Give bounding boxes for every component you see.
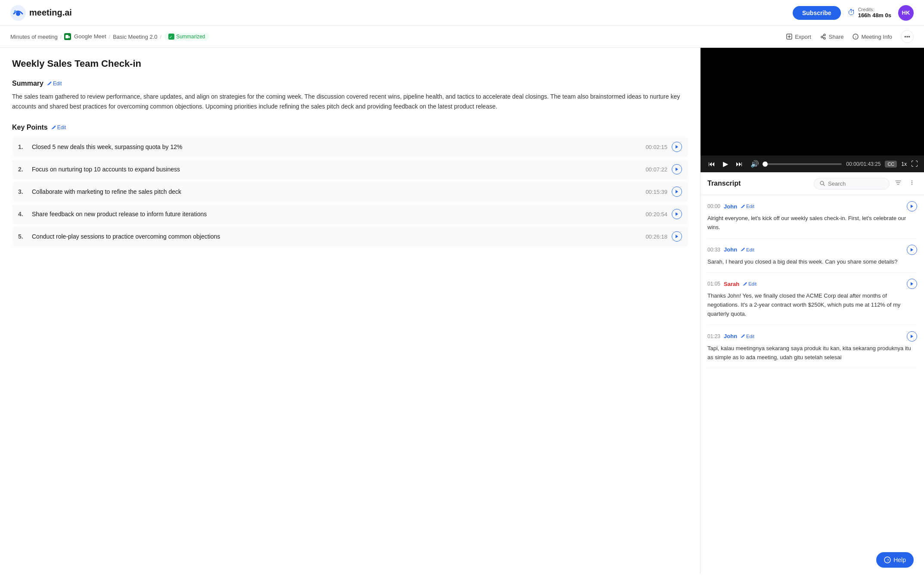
- transcript-list: 00:00 John Edit Alright everyone, let's …: [701, 195, 924, 574]
- key-point-left: 5. Conduct role-play sessions to practic…: [18, 233, 220, 240]
- edit-icon: [743, 282, 747, 286]
- list-item: 3. Collaborate with marketing to refine …: [12, 181, 688, 202]
- edit-icon: [51, 125, 56, 130]
- fullscreen-button[interactable]: ⛶: [911, 160, 918, 168]
- time-display: 00:00/01:43:25: [846, 161, 881, 167]
- transcript-edit-link[interactable]: Edit: [741, 204, 754, 209]
- play-icon: [675, 234, 679, 239]
- key-point-text: Share feedback on new product release to…: [32, 211, 207, 218]
- key-point-play-button[interactable]: [672, 209, 682, 219]
- svg-point-12: [912, 182, 912, 183]
- transcript-search-wrap[interactable]: [814, 178, 890, 190]
- share-icon: [820, 33, 827, 40]
- key-point-left: 1. Closed 5 new deals this week, surpass…: [18, 143, 182, 150]
- export-button[interactable]: Export: [786, 33, 811, 40]
- progress-bar[interactable]: [765, 163, 842, 165]
- video-controls: ⏮ ▶ ⏭ 🔊 00:00/01:43:25 CC 1x ⛶: [701, 155, 924, 172]
- breadcrumb-minutes[interactable]: Minutes of meeting: [10, 34, 58, 40]
- breadcrumb-sep-3: /: [160, 34, 162, 40]
- cc-button[interactable]: CC: [885, 161, 897, 168]
- transcript-edit-link[interactable]: Edit: [741, 247, 754, 252]
- transcript-speaker: John: [724, 203, 737, 210]
- transcript-speaker: Sarah: [724, 281, 739, 287]
- transcript-play-button[interactable]: [907, 201, 917, 211]
- key-points-edit-link[interactable]: Edit: [51, 124, 66, 131]
- list-item: 01:05 Sarah Edit Thanks John! Yes, we fi…: [707, 273, 917, 325]
- key-point-text: Closed 5 new deals this week, surpassing…: [32, 143, 182, 150]
- transcript-time: 01:23: [707, 333, 720, 339]
- volume-button[interactable]: 🔊: [749, 159, 761, 169]
- play-icon: [910, 204, 914, 208]
- toolbar-right: Export Share i Meeting Info •••: [786, 30, 914, 43]
- svg-text:?: ?: [887, 558, 889, 562]
- svg-point-1: [16, 12, 20, 16]
- play-button[interactable]: ▶: [721, 159, 730, 169]
- list-item: 5. Conduct role-play sessions to practic…: [12, 226, 688, 247]
- transcript-controls: [814, 177, 917, 190]
- clock-icon: ⏱: [848, 8, 856, 17]
- header-right: Subscribe ⏱ Credits: 166h 48m 0s HK: [793, 5, 914, 21]
- transcript-play-button[interactable]: [907, 279, 917, 289]
- credits-value: 166h 48m 0s: [858, 12, 891, 19]
- transcript-speaker: John: [724, 333, 737, 339]
- meeting-info-button[interactable]: i Meeting Info: [852, 33, 892, 40]
- edit-icon: [741, 247, 745, 252]
- filter-button[interactable]: [893, 177, 903, 190]
- key-points-section: Key Points Edit 1. Closed 5 new deals th…: [12, 124, 688, 247]
- play-icon: [675, 145, 679, 149]
- edit-icon: [47, 81, 52, 86]
- summarized-icon: ✓: [168, 34, 174, 40]
- key-point-time: 00:26:18: [645, 233, 667, 240]
- transcript-play-area: [907, 245, 917, 255]
- play-icon: [910, 248, 914, 252]
- subscribe-button[interactable]: Subscribe: [793, 6, 841, 20]
- key-point-left: 4. Share feedback on new product release…: [18, 211, 207, 218]
- play-icon: [675, 190, 679, 194]
- key-point-right: 00:15:39: [645, 186, 682, 197]
- list-item: 4. Share feedback on new product release…: [12, 204, 688, 224]
- info-icon: i: [852, 33, 859, 40]
- summary-edit-link[interactable]: Edit: [47, 81, 62, 87]
- right-panel: ⏮ ▶ ⏭ 🔊 00:00/01:43:25 CC 1x ⛶ Transcrip…: [700, 48, 924, 574]
- more-icon: [908, 179, 915, 186]
- svg-point-2: [14, 10, 16, 12]
- play-icon: [910, 282, 914, 286]
- transcript-edit-link[interactable]: Edit: [741, 334, 754, 339]
- key-point-play-button[interactable]: [672, 164, 682, 174]
- key-point-right: 00:02:15: [645, 142, 682, 152]
- transcript-meta: 01:23 John Edit: [707, 331, 917, 342]
- rewind-button[interactable]: ⏮: [707, 159, 717, 169]
- more-dots-icon: •••: [904, 34, 910, 40]
- fast-forward-button[interactable]: ⏭: [734, 159, 744, 169]
- transcript-edit-link[interactable]: Edit: [743, 281, 757, 286]
- search-input[interactable]: [828, 180, 884, 187]
- key-point-play-button[interactable]: [672, 231, 682, 242]
- key-point-number: 4.: [18, 211, 27, 218]
- transcript-play-area: [907, 331, 917, 342]
- speed-button[interactable]: 1x: [901, 161, 907, 167]
- key-point-time: 00:02:15: [645, 144, 667, 150]
- transcript-play-area: [907, 201, 917, 211]
- share-button[interactable]: Share: [820, 33, 844, 40]
- transcript-more-button[interactable]: [907, 177, 917, 190]
- video-player[interactable]: [701, 48, 924, 155]
- transcript-meta: 00:33 John Edit: [707, 245, 917, 255]
- svg-point-13: [912, 184, 912, 185]
- more-options-button[interactable]: •••: [901, 30, 914, 43]
- breadcrumb-google-meet[interactable]: Google Meet: [64, 33, 106, 40]
- key-point-right: 00:07:22: [645, 164, 682, 174]
- breadcrumb-meeting-name[interactable]: Basic Meeting 2.0: [113, 34, 157, 40]
- key-point-time: 00:20:54: [645, 211, 667, 218]
- help-button[interactable]: ? Help: [876, 552, 914, 568]
- key-point-play-button[interactable]: [672, 142, 682, 152]
- key-point-play-button[interactable]: [672, 186, 682, 197]
- transcript-play-button[interactable]: [907, 245, 917, 255]
- filter-icon: [895, 179, 902, 186]
- logo: meeting.ai: [10, 5, 72, 21]
- key-points-list: 1. Closed 5 new deals this week, surpass…: [12, 137, 688, 247]
- list-item: 00:33 John Edit Sarah, I heard you close…: [707, 239, 917, 273]
- svg-text:✓: ✓: [169, 35, 173, 39]
- key-point-number: 3.: [18, 188, 27, 195]
- transcript-play-button[interactable]: [907, 331, 917, 342]
- avatar[interactable]: HK: [898, 5, 914, 21]
